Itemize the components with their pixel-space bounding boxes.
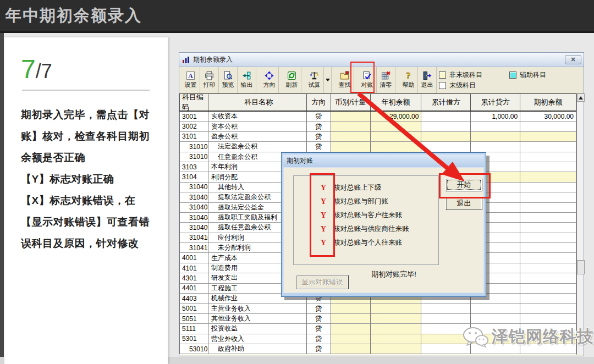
exit-button[interactable]: 退出: [446, 197, 482, 210]
table-cell[interactable]: [371, 324, 422, 334]
table-cell[interactable]: [520, 253, 576, 263]
table-cell[interactable]: [520, 314, 576, 324]
table-cell[interactable]: 310409: [180, 223, 208, 233]
table-cell[interactable]: 5051: [180, 314, 208, 324]
table-cell[interactable]: 29,000.00: [371, 112, 422, 122]
scrollbar-thumb[interactable]: [577, 260, 585, 274]
table-cell[interactable]: 310410: [180, 233, 208, 243]
table-cell[interactable]: 1,000.00: [471, 112, 520, 122]
table-cell[interactable]: 30,000.00: [520, 112, 576, 122]
table-cell[interactable]: 盈余公积: [208, 132, 307, 142]
table-cell[interactable]: [371, 132, 422, 142]
table-cell[interactable]: 贷: [307, 122, 331, 131]
table-cell[interactable]: 法定盈余公积: [208, 142, 307, 152]
table-cell[interactable]: [421, 314, 471, 324]
table-cell[interactable]: 4401: [180, 284, 208, 294]
table-cell[interactable]: [331, 314, 371, 324]
table-cell[interactable]: 贷: [307, 314, 331, 324]
table-cell[interactable]: [371, 142, 422, 152]
table-cell[interactable]: [520, 183, 576, 192]
help-button[interactable]: ?帮助: [399, 67, 418, 93]
close-button[interactable]: ✕: [565, 55, 581, 64]
table-cell[interactable]: 5001: [180, 304, 208, 313]
table-cell[interactable]: 贷: [307, 324, 331, 334]
table-cell[interactable]: 3001: [180, 112, 208, 122]
table-cell[interactable]: 4001: [180, 253, 208, 263]
table-cell[interactable]: 贷: [307, 334, 331, 344]
table-cell[interactable]: [520, 213, 576, 223]
table-cell[interactable]: [471, 304, 520, 313]
table-cell[interactable]: [520, 192, 576, 202]
show-errors-button[interactable]: 显示对账错误: [296, 275, 349, 289]
refresh-button[interactable]: 刷新: [283, 67, 301, 93]
table-cell[interactable]: [520, 263, 576, 273]
table-cell[interactable]: [421, 304, 471, 313]
table-cell[interactable]: 其他业务收入: [208, 314, 307, 324]
table-cell[interactable]: [331, 122, 371, 131]
table-cell[interactable]: [520, 142, 576, 152]
table-cell[interactable]: [520, 152, 576, 162]
table-cell[interactable]: [371, 122, 422, 131]
table-cell[interactable]: 3103: [180, 162, 208, 172]
table-cell[interactable]: [520, 122, 576, 131]
vertical-scrollbar[interactable]: [576, 93, 584, 355]
table-cell[interactable]: 310403: [180, 203, 208, 213]
table-cell[interactable]: 资本公积: [208, 122, 307, 131]
table-cell[interactable]: 主营业务收入: [208, 304, 307, 313]
trial-balance-button[interactable]: 试算: [305, 67, 324, 93]
table-cell[interactable]: 5111: [180, 324, 208, 334]
table-cell[interactable]: 310401: [180, 183, 208, 192]
table-cell[interactable]: 310402: [180, 192, 208, 202]
table-cell[interactable]: [520, 294, 576, 304]
table-cell[interactable]: 贷: [307, 142, 331, 152]
table-cell[interactable]: 3101: [180, 132, 208, 142]
clear-button[interactable]: 清零: [377, 67, 395, 93]
table-cell[interactable]: [471, 314, 520, 324]
table-cell[interactable]: 营业外收入: [208, 334, 307, 344]
table-cell[interactable]: [471, 132, 520, 142]
table-cell[interactable]: 5301: [180, 334, 208, 344]
table-cell[interactable]: [520, 162, 576, 172]
exit-button[interactable]: 退出: [418, 67, 437, 93]
table-cell[interactable]: [421, 122, 471, 131]
table-cell[interactable]: [520, 304, 576, 313]
print-button[interactable]: 打印: [200, 67, 219, 93]
table-cell[interactable]: [520, 203, 576, 213]
table-cell[interactable]: 530101: [180, 344, 208, 354]
table-cell[interactable]: 3002: [180, 122, 208, 131]
table-cell[interactable]: [331, 112, 371, 122]
table-cell[interactable]: [331, 132, 371, 142]
table-cell[interactable]: 4403: [180, 294, 208, 304]
table-cell[interactable]: [331, 324, 371, 334]
table-cell[interactable]: 3104: [180, 172, 208, 182]
table-cell[interactable]: [371, 314, 422, 324]
table-cell[interactable]: [471, 142, 520, 152]
table-cell[interactable]: [331, 304, 371, 313]
table-cell[interactable]: [421, 132, 471, 142]
table-cell[interactable]: 政府补助: [208, 344, 307, 354]
table-cell[interactable]: [520, 223, 576, 233]
table-cell[interactable]: [371, 304, 422, 313]
table-cell[interactable]: 4301: [180, 273, 208, 283]
table-cell[interactable]: [371, 344, 422, 354]
table-cell[interactable]: 投资收益: [208, 324, 307, 334]
table-cell[interactable]: [421, 142, 471, 152]
table-cell[interactable]: 310101: [180, 142, 208, 152]
trial-balance-dropdown-button[interactable]: [324, 67, 332, 93]
table-cell[interactable]: [520, 284, 576, 294]
table-cell[interactable]: [331, 142, 371, 152]
scroll-up-button[interactable]: [577, 93, 585, 102]
table-cell[interactable]: [520, 273, 576, 283]
table-cell[interactable]: [520, 243, 576, 253]
settings-button[interactable]: A设置: [182, 67, 200, 93]
table-cell[interactable]: [331, 344, 371, 354]
table-cell[interactable]: [520, 132, 576, 142]
table-cell[interactable]: 4101: [180, 263, 208, 273]
table-cell[interactable]: [471, 122, 520, 131]
table-cell[interactable]: 贷: [307, 344, 331, 354]
table-cell[interactable]: [421, 112, 471, 122]
table-cell[interactable]: 贷: [307, 132, 331, 142]
table-cell[interactable]: 贷: [307, 112, 331, 122]
table-cell[interactable]: 310102: [180, 152, 208, 162]
table-cell[interactable]: 310404: [180, 213, 208, 223]
